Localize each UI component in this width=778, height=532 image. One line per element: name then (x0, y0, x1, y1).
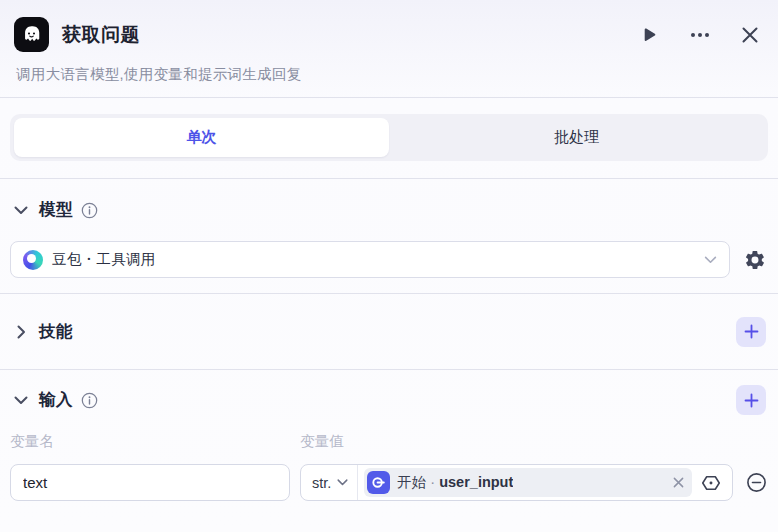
node-description: 调用大语言模型,使用变量和提示词生成回复 (16, 65, 764, 97)
model-section-title: 模型 (39, 199, 73, 221)
tab-single[interactable]: 单次 (14, 118, 389, 157)
doubao-model-icon (23, 250, 43, 270)
reference-variable-name: user_input (439, 474, 513, 490)
add-input-variable-button[interactable] (736, 385, 766, 415)
variable-value-column-label: 变量值 (300, 432, 344, 451)
start-node-icon (367, 471, 390, 494)
variable-name-column-label: 变量名 (10, 432, 290, 451)
chevron-down-icon[interactable] (12, 391, 30, 409)
expression-hexagon-icon[interactable] (698, 465, 732, 500)
reference-node-name: 开始 (397, 474, 426, 490)
model-select[interactable]: 豆包・工具调用 (10, 241, 730, 278)
input-section: 输入 变量名 变量值 str. (0, 370, 778, 501)
mode-segmented-control: 单次 批处理 (10, 114, 768, 161)
info-icon[interactable] (81, 202, 98, 219)
chevron-down-icon[interactable] (12, 201, 30, 219)
close-icon[interactable] (736, 21, 764, 49)
mode-tabs-container: 单次 批处理 (0, 98, 778, 178)
reference-separator: · (430, 474, 435, 490)
variable-reference-tag[interactable]: 开始·user_input (364, 468, 692, 497)
variable-name-input[interactable] (10, 464, 290, 501)
input-section-title: 输入 (39, 389, 73, 411)
skills-section-title: 技能 (39, 321, 73, 343)
model-section: 模型 豆包・工具调用 (0, 179, 778, 293)
clear-value-icon[interactable] (673, 477, 684, 488)
chevron-down-icon (704, 256, 717, 264)
page-title: 获取问题 (62, 22, 140, 48)
node-config-panel: 获取问题 调用大语言模型,使用变量和提示词生成回复 单次 批处理 (0, 0, 778, 532)
selected-model-name: 豆包・工具调用 (52, 250, 156, 269)
tab-batch[interactable]: 批处理 (389, 118, 764, 157)
variable-value-field: str. 开始·user_input (300, 464, 733, 501)
model-settings-gear-icon[interactable] (742, 247, 768, 273)
bot-node-icon (14, 17, 49, 52)
chevron-down-icon (337, 479, 348, 486)
info-icon[interactable] (81, 392, 98, 409)
more-menu-button[interactable] (686, 21, 714, 49)
remove-variable-button[interactable] (744, 471, 768, 495)
variable-row: str. 开始·user_input (10, 464, 768, 501)
skills-section: 技能 (0, 294, 778, 369)
add-skill-button[interactable] (736, 317, 766, 347)
reference-path: 开始·user_input (397, 473, 513, 492)
type-label: str. (312, 475, 331, 491)
panel-header: 获取问题 调用大语言模型,使用变量和提示词生成回复 (0, 0, 778, 97)
run-button[interactable] (636, 21, 664, 49)
chevron-right-icon[interactable] (12, 323, 30, 341)
type-select[interactable]: str. (301, 465, 358, 500)
